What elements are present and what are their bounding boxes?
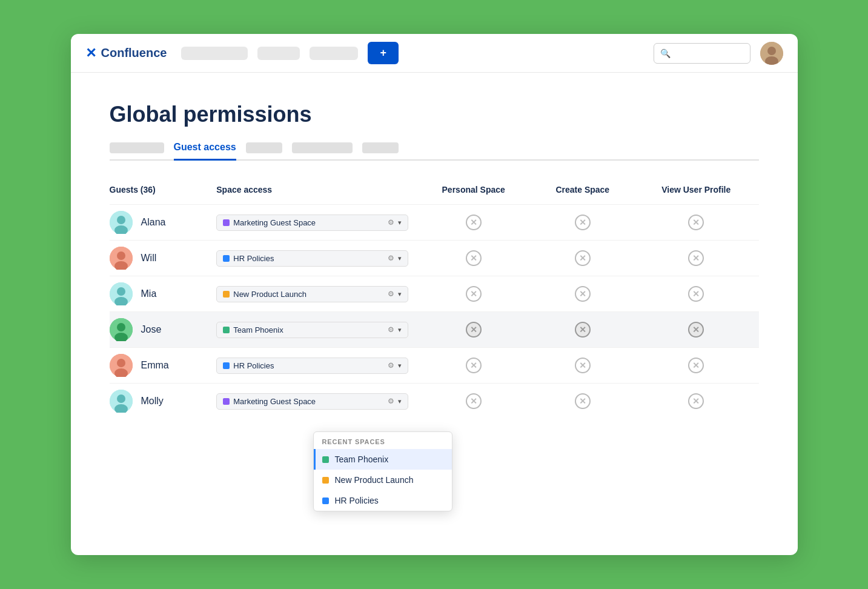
- space-color-indicator: [223, 362, 230, 369]
- search-box[interactable]: 🔍: [654, 43, 750, 64]
- col-header-space: Space access: [209, 180, 416, 205]
- page-content: Global permissions Guest access Guests (…: [71, 73, 798, 438]
- space-dropdown[interactable]: HR Policies ⚙ ▾: [216, 250, 408, 267]
- space-name-label: Team Phoenix: [233, 325, 384, 334]
- avatar: [110, 354, 133, 377]
- space-color-indicator: [223, 219, 230, 226]
- user-avatar[interactable]: [760, 42, 783, 65]
- chevron-down-icon: ▾: [398, 255, 402, 262]
- space-color-indicator: [322, 497, 329, 504]
- svg-point-19: [117, 394, 125, 403]
- svg-point-7: [117, 251, 125, 260]
- dropdown-item-hr-policies[interactable]: HR Policies: [314, 490, 452, 511]
- create-space-cell: ✕: [532, 312, 634, 348]
- space-cell: Marketing Guest Space ⚙ ▾: [209, 205, 416, 241]
- view-profile-cell: ✕: [634, 205, 759, 241]
- permission-disabled-icon[interactable]: ✕: [688, 358, 704, 373]
- space-dropdown[interactable]: HR Policies ⚙ ▾: [216, 358, 408, 374]
- settings-icon: ⚙: [388, 361, 394, 370]
- space-dropdown[interactable]: Team Phoenix ⚙ ▾: [216, 322, 408, 338]
- confluence-icon: ✕: [85, 45, 96, 61]
- chevron-down-icon: ▾: [398, 398, 402, 405]
- space-dropdown[interactable]: Marketing Guest Space ⚙ ▾: [216, 393, 408, 410]
- dropdown-item-label: Team Phoenix: [335, 454, 389, 464]
- permission-disabled-icon[interactable]: ✕: [575, 393, 591, 409]
- table-row: Alana Marketing Guest Space ⚙ ▾ ✕ ✕ ✕: [110, 205, 759, 241]
- guest-cell: Mia: [110, 276, 210, 312]
- guest-cell: Molly: [110, 384, 210, 419]
- avatar: [110, 211, 133, 234]
- space-name-label: HR Policies: [233, 254, 384, 263]
- space-dropdown[interactable]: New Product Launch ⚙ ▾: [216, 286, 408, 302]
- space-cell: HR Policies ⚙ ▾: [209, 348, 416, 384]
- svg-point-16: [117, 359, 125, 367]
- guest-name: Will: [141, 253, 157, 264]
- guest-name: Emma: [141, 360, 169, 371]
- table-row: Jose Team Phoenix ⚙ ▾ ✕ ✕ ✕: [110, 312, 759, 348]
- permission-disabled-icon[interactable]: ✕: [688, 250, 704, 266]
- space-name-label: Marketing Guest Space: [233, 397, 384, 406]
- space-name-label: HR Policies: [233, 361, 384, 370]
- permission-disabled-icon[interactable]: ✕: [688, 393, 704, 409]
- nav-item-2[interactable]: [257, 47, 300, 60]
- tab-item-1[interactable]: [110, 142, 164, 153]
- tab-guest-access[interactable]: Guest access: [174, 142, 236, 161]
- personal-space-cell: ✕: [416, 205, 532, 241]
- navbar: ✕ Confluence + 🔍: [71, 34, 798, 73]
- space-cell: Marketing Guest Space ⚙ ▾: [209, 384, 416, 419]
- settings-icon: ⚙: [388, 290, 394, 298]
- create-space-cell: ✕: [532, 348, 634, 384]
- table-row: Will HR Policies ⚙ ▾ ✕ ✕ ✕: [110, 241, 759, 276]
- view-profile-cell: ✕: [634, 241, 759, 276]
- tab-item-4[interactable]: [292, 142, 353, 153]
- create-space-cell: ✕: [532, 276, 634, 312]
- col-header-profile: View User Profile: [634, 180, 759, 205]
- tabs-bar: Guest access: [110, 142, 759, 161]
- search-icon: 🔍: [660, 48, 671, 58]
- guest-cell: Will: [110, 241, 210, 276]
- app-logo: ✕ Confluence: [85, 45, 167, 61]
- permission-disabled-icon[interactable]: ✕: [688, 286, 704, 302]
- personal-space-cell: ✕: [416, 312, 532, 348]
- permission-disabled-icon[interactable]: ✕: [575, 250, 591, 266]
- permission-disabled-icon[interactable]: ✕: [575, 215, 591, 230]
- guest-cell: Alana: [110, 205, 210, 241]
- personal-space-cell: ✕: [416, 384, 532, 419]
- permission-disabled-icon[interactable]: ✕: [575, 358, 591, 373]
- permissions-table: Guests (36) Space access Personal Space …: [110, 180, 759, 419]
- nav-item-3[interactable]: [310, 47, 358, 60]
- tab-item-5[interactable]: [362, 142, 399, 153]
- svg-point-1: [767, 47, 776, 55]
- permission-disabled-icon[interactable]: ✕: [575, 322, 591, 338]
- settings-icon: ⚙: [388, 325, 394, 334]
- create-space-cell: ✕: [532, 241, 634, 276]
- svg-point-4: [117, 216, 125, 224]
- table-row: Emma HR Policies ⚙ ▾ ✕ ✕ ✕: [110, 348, 759, 384]
- avatar: [110, 247, 133, 270]
- guest-name: Mia: [141, 288, 157, 299]
- tab-item-3[interactable]: [246, 142, 282, 153]
- permission-disabled-icon[interactable]: ✕: [688, 322, 704, 338]
- permission-disabled-icon[interactable]: ✕: [575, 286, 591, 302]
- dropdown-item-team-phoenix[interactable]: Team Phoenix: [314, 449, 452, 470]
- personal-space-cell: ✕: [416, 348, 532, 384]
- space-dropdown[interactable]: Marketing Guest Space ⚙ ▾: [216, 215, 408, 231]
- nav-item-1[interactable]: [181, 47, 248, 60]
- permission-disabled-icon[interactable]: ✕: [466, 322, 482, 338]
- settings-icon: ⚙: [388, 254, 394, 262]
- space-color-indicator: [223, 291, 230, 298]
- permission-disabled-icon[interactable]: ✕: [466, 250, 482, 266]
- guest-cell: Jose: [110, 312, 210, 348]
- col-header-create: Create Space: [532, 180, 634, 205]
- svg-point-10: [117, 287, 125, 296]
- space-color-indicator: [223, 327, 230, 333]
- permission-disabled-icon[interactable]: ✕: [466, 286, 482, 302]
- dropdown-item-new-product[interactable]: New Product Launch: [314, 470, 452, 490]
- permission-disabled-icon[interactable]: ✕: [688, 215, 704, 230]
- permission-disabled-icon[interactable]: ✕: [466, 393, 482, 409]
- permission-disabled-icon[interactable]: ✕: [466, 215, 482, 230]
- permission-disabled-icon[interactable]: ✕: [466, 358, 482, 373]
- guest-name: Alana: [141, 217, 166, 228]
- create-space-cell: ✕: [532, 205, 634, 241]
- create-button[interactable]: +: [368, 42, 399, 64]
